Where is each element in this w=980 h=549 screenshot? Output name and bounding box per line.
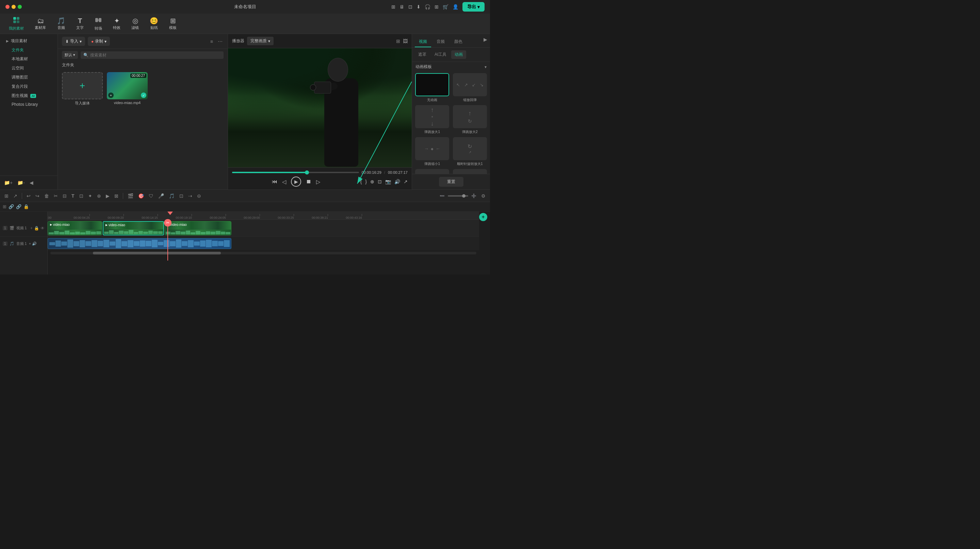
import-media-item[interactable]: + 导入媒体	[62, 72, 103, 106]
volume-button[interactable]: 🔊	[395, 179, 400, 184]
video-track-eye-icon[interactable]: 👁	[40, 226, 45, 231]
anim-item-cw-rotate[interactable]: ↻ 顺时针旋转	[453, 169, 488, 174]
play-button[interactable]: ▶	[291, 176, 301, 187]
tl-copy-icon[interactable]: ⊕	[95, 192, 103, 200]
sort-button[interactable]: 默认 ▾	[62, 51, 78, 59]
tl-clip-2[interactable]: ▶ video-miao	[103, 221, 164, 235]
tl-zoom-in-icon[interactable]: ➕	[469, 192, 478, 199]
tl-zoom-out-icon[interactable]: ➖	[438, 192, 447, 199]
tl-delete-icon[interactable]: 🗑	[43, 192, 51, 200]
anim-item-cw-zoom-2[interactable]: ↻ ⬆ ⬇ 顺时针旋转放大2	[415, 169, 450, 174]
export-button[interactable]: 导出 ▾	[463, 2, 485, 11]
import-button[interactable]: ⬇ 导入 ▾	[62, 37, 85, 46]
anim-item-bounce-zoom-1[interactable]: ↑ ✦ ↓ 弹跳放大1	[415, 105, 450, 134]
cart-icon[interactable]: 🛒	[443, 4, 449, 10]
sidebar-item-img2video[interactable]: 图生视频 AI	[3, 91, 54, 100]
minimize-button[interactable]	[11, 5, 16, 9]
tl-speed-icon[interactable]: ▶	[104, 192, 111, 200]
tl-scrollbar-horizontal[interactable]	[50, 252, 476, 254]
tl-music-icon[interactable]: 🎵	[167, 192, 176, 200]
sidebar-item-photos-library[interactable]: Photos Library	[3, 100, 54, 108]
time-slider-thumb[interactable]	[305, 170, 309, 175]
sub-tab-animation[interactable]: 动画	[451, 50, 466, 59]
toolbar-my-assets[interactable]: 我的素材	[4, 14, 29, 33]
tl-minus-icon[interactable]: ⊖	[195, 192, 203, 200]
tl2-link-icon[interactable]: 🔗	[8, 204, 14, 209]
monitor-icon[interactable]: 🖥	[399, 4, 404, 10]
tl-text-icon[interactable]: T	[70, 192, 76, 200]
sidebar-item-folder[interactable]: 文件夹	[3, 46, 54, 54]
tl-crop-icon[interactable]: ⊟	[61, 192, 68, 200]
video-miao-item[interactable]: 00:00:27 + ✓ video-miao.mp4	[107, 72, 148, 106]
more-button[interactable]: ↗	[404, 179, 408, 184]
tl-marker-icon[interactable]: 🎯	[137, 192, 146, 200]
anim-item-bounce-zoom-2[interactable]: ↑ ↻ 弹跳放大2	[453, 105, 488, 134]
tl-extract-icon[interactable]: ⊡	[178, 192, 185, 200]
tab-color[interactable]: 颜色	[450, 37, 466, 47]
sidebar-item-local-assets[interactable]: 本地素材	[3, 54, 54, 63]
filter-icon[interactable]: ≡	[209, 38, 214, 45]
anim-item-zoom-bounce[interactable]: ↖ ↗ ↙ ↘ 缩放回弹	[453, 73, 488, 102]
sidebar-item-project-assets[interactable]: ▶ 项目素材	[3, 36, 54, 46]
tab-audio[interactable]: 音频	[433, 37, 449, 47]
screen-icon[interactable]: ⊞	[391, 4, 395, 10]
toolbar-audio[interactable]: 🎵 音频	[52, 15, 70, 32]
right-panel-chevron[interactable]: ▶	[484, 37, 487, 47]
skip-back-button[interactable]: ⏮	[272, 179, 277, 185]
mark-in-button[interactable]: {	[360, 179, 362, 184]
search-input[interactable]	[90, 53, 221, 57]
headphone-icon[interactable]: 🎧	[425, 4, 430, 10]
image-view-icon[interactable]: 🖼	[403, 38, 408, 44]
reset-button[interactable]: 重置	[439, 177, 463, 187]
frame-back-button[interactable]: ◁	[282, 179, 286, 185]
tl2-add-track-icon[interactable]: ⊞	[3, 204, 6, 209]
anim-item-cw-zoom-1[interactable]: ↻ ↗ 顺时针旋转放大1	[453, 137, 488, 166]
toolbar-filter[interactable]: ◎ 滤镜	[127, 15, 143, 32]
tl-clip-1[interactable]: ▶ video-miao	[48, 221, 102, 235]
tl-protect-icon[interactable]: 🛡	[147, 192, 155, 200]
tl-match-icon[interactable]: ⇢	[186, 192, 194, 200]
toolbar-sticker[interactable]: 😊 贴纸	[145, 15, 163, 32]
tl-settings-icon[interactable]: ⚙	[479, 192, 487, 200]
tl-audio-clip[interactable]	[48, 238, 231, 249]
tl-cut-icon[interactable]: ✂	[52, 192, 60, 200]
timeline-add-button[interactable]: +	[479, 213, 487, 221]
user-icon[interactable]: 👤	[453, 4, 458, 10]
snapshot-button[interactable]: 📷	[385, 179, 391, 184]
sub-tab-mask[interactable]: 遮罩	[415, 50, 430, 59]
grid-icon[interactable]: ⊞	[434, 4, 439, 10]
record-button[interactable]: ● 录制 ▾	[88, 37, 110, 46]
toolbar-effect[interactable]: ✦ 特效	[108, 15, 125, 32]
new-folder-icon[interactable]: 📁+	[3, 179, 14, 187]
tl2-lock-icon[interactable]: 🔒	[24, 204, 29, 209]
close-button[interactable]	[5, 5, 10, 9]
sidebar-item-compound[interactable]: 复合片段	[3, 82, 54, 91]
audio-volume-icon[interactable]: 🔊	[32, 241, 37, 246]
tl-clip-speed-icon[interactable]: 🎬	[126, 192, 135, 200]
anim-item-no-anim[interactable]: 无动画	[415, 73, 450, 102]
collapse-sidebar-icon[interactable]: ◀	[28, 179, 35, 187]
tl-clip-3[interactable]: ▶ video-miao	[165, 221, 231, 235]
mark-out-button[interactable]: }	[365, 179, 367, 184]
delete-folder-icon[interactable]: 📁-	[16, 179, 26, 187]
fullscreen-button[interactable]: ⊡	[378, 179, 382, 184]
sidebar-item-adjust-layer[interactable]: 调整图层	[3, 73, 54, 82]
tl2-link2-icon[interactable]: 🔗	[16, 204, 21, 209]
quality-button[interactable]: 完整画质 ▾	[247, 37, 274, 45]
download-icon[interactable]: ⬇	[417, 4, 421, 10]
video-track-lock-icon[interactable]: 🔒	[34, 226, 39, 231]
toolbar-text[interactable]: T 文字	[72, 15, 89, 32]
frame-forward-button[interactable]: ▷	[316, 179, 320, 185]
tl-effect-icon[interactable]: ✦	[86, 192, 94, 200]
stop-button[interactable]: ⏹	[306, 179, 311, 185]
tab-video[interactable]: 视频	[415, 37, 431, 47]
timeline-insert-button[interactable]: ⊕	[370, 179, 374, 184]
tl-mic-icon[interactable]: 🎤	[156, 192, 166, 200]
video-track-add-icon[interactable]: +	[30, 226, 33, 231]
toolbar-library[interactable]: 🗂 素材库	[30, 15, 51, 32]
tl-select-icon[interactable]: ↗	[11, 192, 19, 200]
grid-view-icon[interactable]: ⊞	[396, 38, 400, 44]
sub-tab-ai[interactable]: AI工具	[431, 50, 450, 59]
tl-split-icon[interactable]: ⊞	[3, 192, 10, 200]
sidebar-item-cloud[interactable]: 云空间	[3, 63, 54, 73]
